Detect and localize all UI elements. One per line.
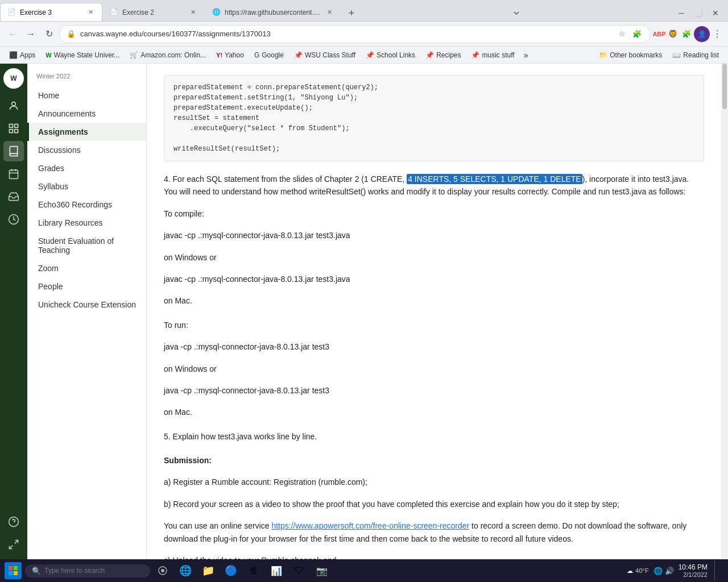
wsu-favicon: 📌 — [294, 51, 303, 59]
back-button[interactable]: ← — [5, 26, 20, 42]
tab-exercise3[interactable]: 📄 Exercise 3 ✕ — [0, 3, 102, 21]
svg-point-19 — [161, 569, 164, 572]
show-desktop-button[interactable] — [714, 560, 723, 581]
taskbar-app7-icon[interactable]: 📷 — [313, 562, 331, 580]
extension2-icon[interactable]: 🦁 — [667, 28, 679, 40]
taskbar-app5-icon[interactable]: 📊 — [267, 562, 286, 580]
address-bar[interactable]: 🔒 ☆ 🧩 — [59, 25, 651, 43]
bookmark-wayne[interactable]: W Wayne State Univer... — [41, 48, 124, 62]
scrollbar-thumb[interactable] — [722, 64, 727, 109]
nav-assignments[interactable]: Assignments — [27, 123, 146, 141]
lms-inbox-icon[interactable] — [3, 186, 24, 207]
nav-people[interactable]: People — [27, 277, 146, 296]
tab-title-2: Exercise 2 — [122, 9, 185, 16]
bookmark-amazon[interactable]: 🛒 Amazon.com: Onlin... — [125, 48, 210, 62]
taskbar-chrome-icon[interactable]: 🔵 — [222, 562, 240, 580]
taskbar-edge-icon[interactable]: 🌐 — [176, 562, 195, 580]
secure-icon: 🔒 — [67, 30, 76, 38]
svg-rect-4 — [15, 130, 18, 133]
section-5-paragraph: 5. Explain how test3.java works line by … — [164, 430, 704, 443]
tab-title-3: https://raw.githubusercontent.co... — [225, 9, 321, 16]
bookmark-other[interactable]: 📁 Other bookmarks — [594, 48, 667, 62]
close-window-button[interactable]: ✕ — [708, 5, 723, 21]
run-win-cmd: java -cp .:mysql-connector-java-8.0.13.j… — [164, 340, 704, 353]
refresh-button[interactable]: ↻ — [41, 26, 57, 42]
tab-overflow-button[interactable] — [508, 5, 524, 21]
nav-unicheck[interactable]: Unicheck Course Extension — [27, 296, 146, 314]
school-favicon: 📌 — [366, 51, 374, 59]
lms-logo[interactable]: W — [3, 68, 24, 89]
tab-exercise2[interactable]: 📄 Exercise 2 ✕ — [102, 3, 205, 21]
bookmark-google[interactable]: G Google — [250, 48, 288, 62]
taskbar-date-value: 2/1/2022 — [679, 571, 708, 578]
tab-favicon-2: 📄 — [110, 8, 119, 17]
taskbar-search-box[interactable]: 🔍 — [25, 564, 150, 577]
taskbar-app6-icon[interactable]: 🛡 — [290, 562, 308, 580]
lms-calendar-icon[interactable] — [3, 164, 24, 184]
scrollbar-track[interactable] — [721, 64, 728, 559]
bookmark-wsu[interactable]: 📌 WSU Class Stuff — [289, 48, 360, 62]
taskbar-clock[interactable]: 10:46 PM 2/1/2022 — [679, 563, 708, 578]
menu-button[interactable]: ⋮ — [711, 28, 723, 40]
extensions-puzzle-icon[interactable]: 🧩 — [680, 28, 693, 40]
lms-help-icon[interactable] — [3, 512, 24, 532]
code-block: preparedStatement = conn.prepareStatemen… — [164, 75, 704, 161]
tab-github[interactable]: 🌐 https://raw.githubusercontent.co... ✕ — [205, 3, 341, 21]
start-button[interactable] — [5, 562, 22, 579]
bookmark-music[interactable]: 📌 music stuff — [466, 48, 519, 62]
code-line-2: preparedStatement.setString(1, "Shiyong … — [173, 93, 694, 103]
nav-syllabus[interactable]: Syllabus — [27, 177, 146, 196]
bookmark-school[interactable]: 📌 School Links — [361, 48, 420, 62]
forward-button[interactable]: → — [23, 26, 39, 42]
taskbar-recycle-icon[interactable]: 🗑 — [245, 562, 263, 580]
nav-student-eval[interactable]: Student Evaluation of Teaching — [27, 232, 146, 259]
other-favicon: 📁 — [599, 51, 607, 59]
bookmark-google-label: Google — [262, 51, 284, 59]
submission-heading: Submission: — [164, 454, 704, 467]
taskbar-explorer-icon[interactable]: 📁 — [199, 562, 217, 580]
taskbar-search-input[interactable] — [44, 567, 141, 575]
lms-expand-icon[interactable] — [3, 534, 24, 555]
nav-library[interactable]: Library Resources — [27, 214, 146, 232]
lms-history-icon[interactable] — [3, 209, 24, 230]
tab-close-3[interactable]: ✕ — [325, 8, 334, 17]
nav-echo360[interactable]: Echo360 Recordings — [27, 196, 146, 214]
taskbar-task-view[interactable] — [154, 562, 172, 580]
music-favicon: 📌 — [471, 51, 479, 59]
tab-close-2[interactable]: ✕ — [188, 8, 197, 17]
bookmark-wsu-label: WSU Class Stuff — [305, 51, 355, 59]
bookmark-reading[interactable]: 📖 Reading list — [668, 48, 723, 62]
nav-announcements[interactable]: Announcements — [27, 105, 146, 123]
nav-zoom[interactable]: Zoom — [27, 259, 146, 277]
submission-c-prefix: You can use an online service — [164, 521, 271, 530]
restore-button[interactable]: ⬜ — [690, 5, 706, 21]
bookmark-apps[interactable]: ⬛ Apps — [5, 48, 40, 62]
overflow-label: » — [524, 51, 528, 60]
lms-dashboard-icon[interactable] — [3, 118, 24, 139]
lms-courses-icon[interactable] — [3, 141, 24, 161]
minimize-button[interactable]: ─ — [673, 5, 689, 21]
nav-grades[interactable]: Grades — [27, 159, 146, 177]
address-input[interactable] — [80, 30, 611, 38]
apowersoft-link[interactable]: https://www.apowersoft.com/free-online-s… — [271, 521, 469, 530]
network-icon: 🌐 — [653, 567, 663, 575]
profile-button[interactable]: 👤 — [694, 26, 710, 42]
lms-account-icon[interactable] — [3, 95, 24, 116]
adblocker-icon[interactable]: ABP — [653, 28, 665, 40]
tab-favicon-3: 🌐 — [212, 8, 221, 17]
bookmark-school-label: School Links — [377, 51, 415, 59]
bookmark-yahoo[interactable]: Y! Yahoo — [212, 48, 249, 62]
extensions-icon[interactable]: 🧩 — [631, 28, 643, 40]
svg-rect-15 — [14, 566, 18, 570]
bookmark-star-icon[interactable]: ☆ — [616, 28, 628, 40]
tab-close-1[interactable]: ✕ — [86, 8, 95, 17]
bookmark-recipes[interactable]: 📌 Recipes — [421, 48, 465, 62]
bookmarks-overflow-button[interactable]: » — [520, 49, 532, 61]
compile-win-label: on Windows or — [164, 251, 704, 264]
new-tab-button[interactable]: + — [344, 5, 359, 21]
nav-home[interactable]: Home — [27, 86, 146, 105]
taskbar-search-icon: 🔍 — [32, 567, 41, 575]
wayne-favicon: W — [46, 52, 51, 59]
code-line-1: preparedStatement = conn.prepareStatemen… — [173, 82, 694, 93]
nav-discussions[interactable]: Discussions — [27, 141, 146, 159]
